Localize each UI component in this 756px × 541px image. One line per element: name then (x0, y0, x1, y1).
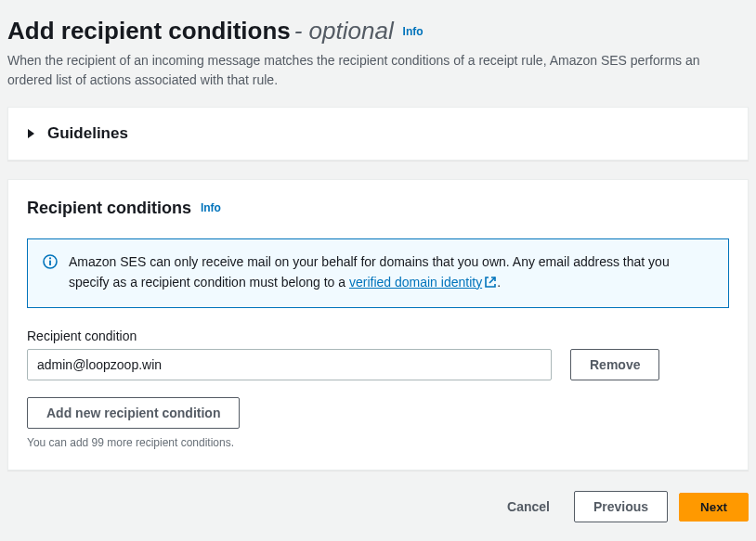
recipient-hint: You can add 99 more recipient conditions… (27, 436, 729, 449)
next-button[interactable]: Next (679, 493, 749, 522)
info-icon (43, 254, 58, 272)
page-title-optional: optional (309, 17, 394, 45)
caret-right-icon (27, 128, 36, 139)
verified-domain-link[interactable]: verified domain identity (349, 275, 497, 290)
recipient-conditions-panel: Recipient conditions Info Amazon SES can… (7, 179, 749, 470)
recipient-input[interactable] (27, 349, 552, 380)
page-description: When the recipient of an incoming messag… (7, 51, 741, 90)
previous-button[interactable]: Previous (574, 491, 668, 522)
section-title: Recipient conditions (27, 199, 191, 217)
page-header: Add recipient conditions - optional Info… (7, 7, 749, 103)
section-info-link[interactable]: Info (201, 201, 221, 214)
guidelines-toggle[interactable]: Guidelines (7, 107, 749, 161)
page-title: Add recipient conditions (7, 17, 291, 45)
recipient-row: Remove (27, 349, 729, 380)
external-link-icon (484, 275, 497, 295)
page-info-link[interactable]: Info (403, 25, 424, 38)
info-text: Amazon SES can only receive mail on your… (69, 252, 713, 294)
info-alert: Amazon SES can only receive mail on your… (27, 238, 729, 308)
guidelines-title: Guidelines (47, 124, 128, 143)
cancel-button[interactable]: Cancel (494, 492, 563, 522)
footer-actions: Cancel Previous Next (7, 470, 749, 528)
svg-point-2 (49, 257, 51, 259)
recipient-condition-label: Recipient condition (27, 328, 729, 343)
remove-button[interactable]: Remove (570, 349, 659, 380)
info-text-after: . (497, 275, 501, 290)
add-recipient-button[interactable]: Add new recipient condition (27, 397, 240, 429)
svg-rect-1 (49, 261, 51, 265)
verified-domain-link-text: verified domain identity (349, 275, 482, 290)
page-title-separator: - (294, 17, 309, 45)
